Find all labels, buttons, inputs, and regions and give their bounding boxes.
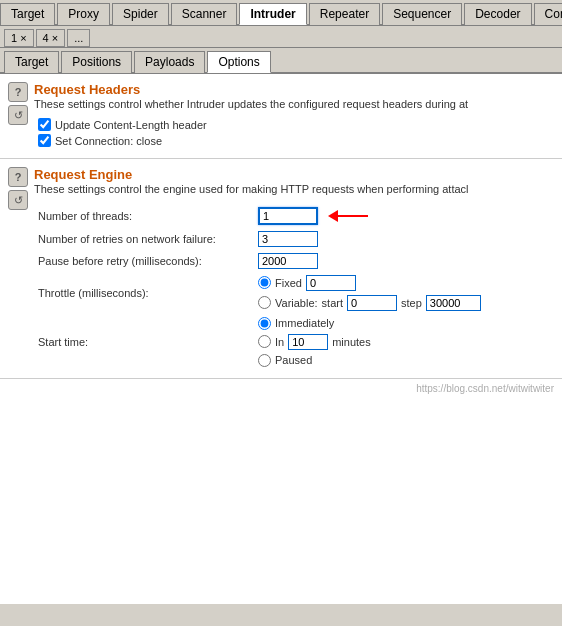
tab-compare[interactable]: Compare [534,3,562,25]
tab-intruder[interactable]: Intruder [239,3,306,25]
update-content-length-checkbox[interactable] [38,118,51,131]
pause-input[interactable] [258,253,318,269]
start-minutes-label: minutes [332,336,371,348]
tab-target[interactable]: Target [0,3,55,25]
inner-tab-target[interactable]: Target [4,51,59,73]
request-engine-desc: These settings control the engine used f… [34,182,554,197]
throttle-fixed-row: Fixed [258,275,550,291]
sub-tab-row: 1 × 4 × ... [0,26,562,48]
watermark: https://blog.csdn.net/witwitwiter [0,379,562,398]
throttle-step-label: step [401,297,422,309]
inner-tab-payloads[interactable]: Payloads [134,51,205,73]
throttle-fixed-radio[interactable] [258,276,271,289]
retries-label: Number of retries on network failure: [38,233,216,245]
request-headers-help-button[interactable]: ? [8,82,28,102]
inner-tab-positions[interactable]: Positions [61,51,132,73]
throttle-variable-radio[interactable] [258,296,271,309]
start-immediately-row: Immediately [258,317,550,330]
sub-tab-more[interactable]: ... [67,29,90,47]
retries-input[interactable] [258,231,318,247]
request-engine-header: ? ↺ Request Engine These settings contro… [8,167,554,369]
tab-sequencer[interactable]: Sequencer [382,3,462,25]
request-headers-header: ? ↺ Request Headers These settings contr… [8,82,554,150]
threads-input[interactable] [258,207,318,225]
sub-tab-4[interactable]: 4 × [36,29,66,47]
throttle-start-label: start [322,297,343,309]
request-engine-help-button[interactable]: ? [8,167,28,187]
inner-tab-bar: Target Positions Payloads Options [0,48,562,74]
tab-proxy[interactable]: Proxy [57,3,110,25]
threads-label: Number of threads: [38,210,132,222]
start-in-row: In minutes [258,334,550,350]
top-tab-bar: Target Proxy Spider Scanner Intruder Rep… [0,0,562,26]
threads-input-container [258,207,318,225]
tab-spider[interactable]: Spider [112,3,169,25]
tab-scanner[interactable]: Scanner [171,3,238,25]
update-content-length-row: Update Content-Length header [38,118,468,131]
sub-tab-1[interactable]: 1 × [4,29,34,47]
request-engine-form: Number of threads: [34,204,554,370]
throttle-step-input[interactable] [426,295,481,311]
request-headers-section: ? ↺ Request Headers These settings contr… [0,74,562,159]
set-connection-checkbox[interactable] [38,134,51,147]
request-headers-desc: These settings control whether Intruder … [34,97,468,112]
threads-arrow [328,210,368,222]
set-connection-label: Set Connection: close [55,135,162,147]
set-connection-row: Set Connection: close [38,134,468,147]
start-in-input[interactable] [288,334,328,350]
throttle-variable-row: Variable: start step [258,295,550,311]
start-paused-row: Paused [258,354,550,367]
tab-decoder[interactable]: Decoder [464,3,531,25]
update-content-length-label: Update Content-Length header [55,119,207,131]
request-engine-title: Request Engine [34,167,554,182]
request-headers-refresh-button[interactable]: ↺ [8,105,28,125]
throttle-variable-label: Variable: [275,297,318,309]
tab-repeater[interactable]: Repeater [309,3,380,25]
start-in-label: In [275,336,284,348]
start-in-radio[interactable] [258,335,271,348]
request-headers-title: Request Headers [34,82,468,97]
start-paused-radio[interactable] [258,354,271,367]
start-time-label: Start time: [38,336,88,348]
request-engine-section: ? ↺ Request Engine These settings contro… [0,159,562,378]
throttle-label: Throttle (milliseconds): [38,287,149,299]
throttle-fixed-label: Fixed [275,277,302,289]
throttle-start-input[interactable] [347,295,397,311]
start-immediately-radio[interactable] [258,317,271,330]
start-immediately-label: Immediately [275,317,334,329]
inner-tab-options[interactable]: Options [207,51,270,73]
throttle-fixed-input[interactable] [306,275,356,291]
content-area: Target Positions Payloads Options ? ↺ Re… [0,48,562,604]
start-paused-label: Paused [275,354,312,366]
pause-label: Pause before retry (milliseconds): [38,255,202,267]
request-engine-refresh-button[interactable]: ↺ [8,190,28,210]
